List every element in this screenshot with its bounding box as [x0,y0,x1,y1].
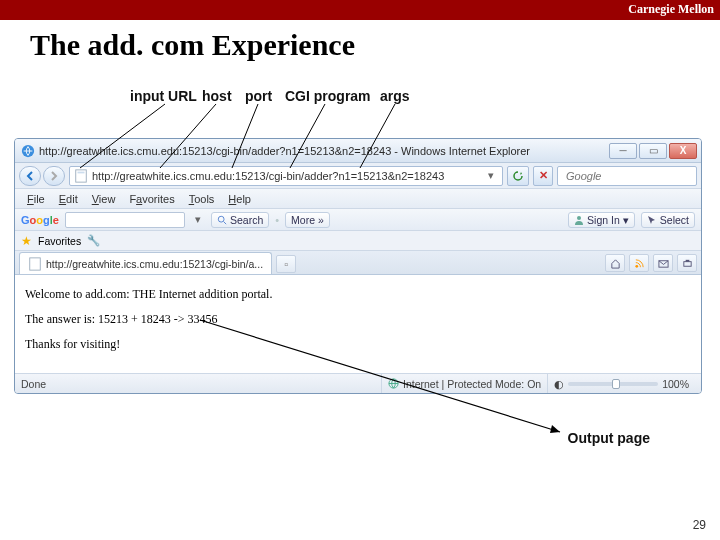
globe-icon [388,378,399,389]
magnifier-icon [217,215,227,225]
menu-bar: File Edit View Favorites Tools Help [15,189,701,209]
google-signin-button[interactable]: Sign In ▾ [568,212,635,228]
stop-button[interactable]: ✕ [533,166,553,186]
tab-right-controls [605,254,697,274]
printer-icon [682,258,693,269]
forward-button[interactable] [43,166,65,186]
page-line-2: The answer is: 15213 + 18243 -> 33456 [25,312,691,327]
favorites-bar: ★ Favorites 🔧 [15,231,701,251]
svg-point-9 [635,264,638,267]
rss-icon [634,258,645,269]
tab-title: http://greatwhite.ics.cmu.edu:15213/cgi-… [46,258,263,270]
address-bar-row: ▾ ✕ ▾ [15,163,701,189]
status-zone: Internet | Protected Mode: On [381,374,547,393]
brand-text: Carnegie Mellon [628,2,714,17]
google-more-label: More » [291,214,324,226]
tools-icon[interactable]: 🔧 [87,234,100,247]
page-line-1: Welcome to add.com: THE Internet additio… [25,287,691,302]
print-button[interactable] [677,254,697,272]
svg-line-6 [224,221,227,224]
status-zone-text: Internet | Protected Mode: On [403,378,541,390]
page-number: 29 [693,518,706,532]
address-input[interactable] [92,170,480,182]
slide: Carnegie Mellon The add. com Experience … [0,0,720,540]
label-cgi-program: CGI program [285,88,371,104]
search-input[interactable] [566,170,702,182]
svg-point-5 [218,216,224,222]
zoom-value: 100% [662,378,689,390]
refresh-icon [512,170,524,182]
google-toolbar: Google ▾ Search • More » Sign In ▾ Selec… [15,209,701,231]
refresh-button[interactable] [507,166,529,186]
browser-window: http://greatwhite.ics.cmu.edu:15213/cgi-… [14,138,702,394]
window-title: http://greatwhite.ics.cmu.edu:15213/cgi-… [39,145,609,157]
label-port: port [245,88,272,104]
tab-row: http://greatwhite.ics.cmu.edu:15213/cgi-… [15,251,701,275]
menu-view[interactable]: View [86,191,122,207]
tab-page-icon [28,257,42,271]
page-icon [74,169,88,183]
label-host: host [202,88,232,104]
mail-icon [658,258,669,269]
window-buttons: ─ ▭ X [609,143,697,159]
favorites-label[interactable]: Favorites [38,235,81,247]
label-input-url: input URL [130,88,197,104]
mail-button[interactable] [653,254,673,272]
cursor-icon [647,215,657,225]
svg-rect-11 [683,261,690,266]
user-icon [574,215,584,225]
menu-edit[interactable]: Edit [53,191,84,207]
page-content: Welcome to add.com: THE Internet additio… [15,275,701,373]
nav-buttons [19,166,65,186]
google-search-button[interactable]: Search [211,212,269,228]
google-search-input[interactable] [69,214,181,225]
minimize-button[interactable]: ─ [609,143,637,159]
menu-favorites[interactable]: Favorites [123,191,180,207]
maximize-button[interactable]: ▭ [639,143,667,159]
svg-rect-12 [685,259,689,261]
ie-icon [21,144,35,158]
status-zoom: ◐ 100% [547,374,695,393]
back-button[interactable] [19,166,41,186]
google-select-label: Select [660,214,689,226]
arrow-left-icon [25,171,35,181]
search-box[interactable]: ▾ [557,166,697,186]
google-search-dropdown-icon[interactable]: ▾ [191,211,205,229]
status-done: Done [21,378,381,390]
menu-help[interactable]: Help [222,191,257,207]
zoom-slider[interactable] [568,382,658,386]
home-icon [610,258,621,269]
menu-tools[interactable]: Tools [183,191,221,207]
arrow-right-icon [49,171,59,181]
slide-title: The add. com Experience [30,28,355,62]
tab-active[interactable]: http://greatwhite.ics.cmu.edu:15213/cgi-… [19,252,272,274]
google-select-button[interactable]: Select [641,212,695,228]
output-page-label: Output page [568,430,650,446]
annotation-labels: input URL host port CGI program args [0,88,720,112]
page-line-3: Thanks for visiting! [25,337,691,352]
home-button[interactable] [605,254,625,272]
zoom-thumb[interactable] [612,379,620,389]
brand-bar: Carnegie Mellon [0,0,720,20]
svg-point-7 [577,216,581,220]
google-more-button[interactable]: More » [285,212,330,228]
toolbar-separator: • [275,214,279,226]
google-search-label: Search [230,214,263,226]
menu-file[interactable]: File [21,191,51,207]
zoom-handle-icon[interactable]: ◐ [554,378,564,390]
address-box[interactable]: ▾ [69,166,503,186]
favorites-star-icon[interactable]: ★ [21,234,32,248]
svg-marker-20 [550,425,560,433]
close-button[interactable]: X [669,143,697,159]
address-dropdown-icon[interactable]: ▾ [484,167,498,185]
svg-rect-2 [78,171,85,173]
svg-rect-8 [30,257,41,269]
google-logo: Google [21,214,59,226]
label-args: args [380,88,410,104]
feeds-button[interactable] [629,254,649,272]
status-bar: Done Internet | Protected Mode: On ◐ 100… [15,373,701,393]
titlebar: http://greatwhite.ics.cmu.edu:15213/cgi-… [15,139,701,163]
new-tab-button[interactable]: ▫ [276,255,296,273]
google-signin-label: Sign In [587,214,620,226]
google-search-box[interactable] [65,212,185,228]
